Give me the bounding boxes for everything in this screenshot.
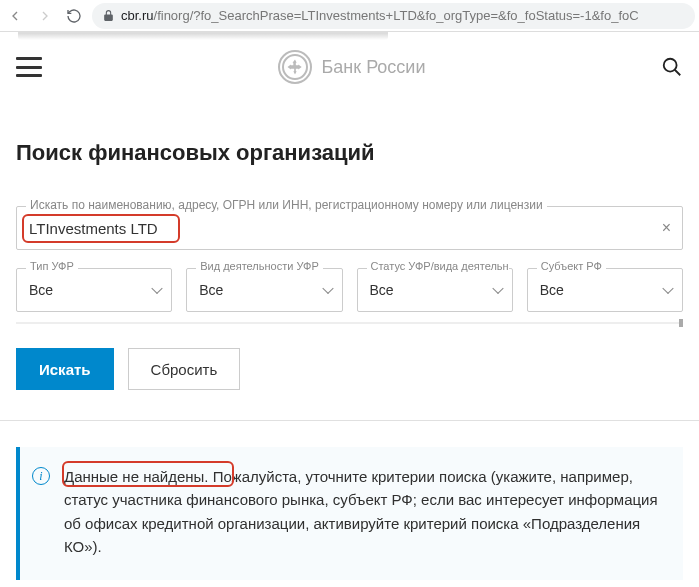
svg-point-0 xyxy=(664,59,677,72)
no-results-message: i Данные не найдены. Пожалуйста, уточнит… xyxy=(16,447,683,580)
menu-button[interactable] xyxy=(16,57,42,77)
filter-region: Субъект РФ Все xyxy=(527,268,683,312)
browser-toolbar: cbr.ru/finorg/?fo_SearchPrase=LTInvestme… xyxy=(0,0,699,32)
filter-select-type[interactable]: Все xyxy=(16,268,172,312)
clear-input-button[interactable]: × xyxy=(662,219,671,237)
filter-status-ufr: Статус УФР/вида деятельности Все xyxy=(357,268,513,312)
search-input[interactable] xyxy=(16,206,683,250)
divider xyxy=(0,420,699,421)
filter-label: Вид деятельности УФР xyxy=(196,260,323,272)
url-path: /finorg/?fo_SearchPrase=LTInvestments+LT… xyxy=(154,8,639,23)
lock-icon xyxy=(102,9,115,22)
filter-select-activity[interactable]: Все xyxy=(186,268,342,312)
nav-back-button[interactable] xyxy=(4,5,26,27)
site-search-button[interactable] xyxy=(661,56,683,78)
horizontal-scroll-hint xyxy=(16,318,683,324)
page-title: Поиск финансовых организаций xyxy=(16,140,683,166)
filters-row: Тип УФР Все Вид деятельности УФР Все Ста… xyxy=(16,268,683,312)
dropdown-shadow xyxy=(18,32,388,40)
info-icon: i xyxy=(32,467,50,485)
filter-label: Субъект РФ xyxy=(537,260,606,272)
page-content: Поиск финансовых организаций Искать по н… xyxy=(0,140,699,580)
site-header: Банк России xyxy=(0,32,699,92)
nav-forward-button[interactable] xyxy=(34,5,56,27)
search-field-wrap: Искать по наименованию, адресу, ОГРН или… xyxy=(16,206,683,250)
filter-label: Тип УФР xyxy=(26,260,78,272)
filter-label: Статус УФР/вида деятельности xyxy=(367,260,509,272)
filter-select-status[interactable]: Все xyxy=(357,268,513,312)
brand-name: Банк России xyxy=(322,57,426,78)
filter-select-region[interactable]: Все xyxy=(527,268,683,312)
cbr-emblem-icon xyxy=(278,50,312,84)
brand-logo[interactable]: Банк России xyxy=(278,50,426,84)
info-text-bold: Данные не найдены. xyxy=(64,468,209,485)
svg-line-1 xyxy=(675,70,681,76)
reset-button[interactable]: Сбросить xyxy=(128,348,241,390)
reload-button[interactable] xyxy=(64,6,84,26)
search-label: Искать по наименованию, адресу, ОГРН или… xyxy=(26,198,547,212)
filter-type-ufr: Тип УФР Все xyxy=(16,268,172,312)
filter-activity-ufr: Вид деятельности УФР Все xyxy=(186,268,342,312)
search-button[interactable]: Искать xyxy=(16,348,114,390)
url-bar[interactable]: cbr.ru/finorg/?fo_SearchPrase=LTInvestme… xyxy=(92,3,695,29)
url-host: cbr.ru xyxy=(121,8,154,23)
form-actions: Искать Сбросить xyxy=(16,348,683,390)
